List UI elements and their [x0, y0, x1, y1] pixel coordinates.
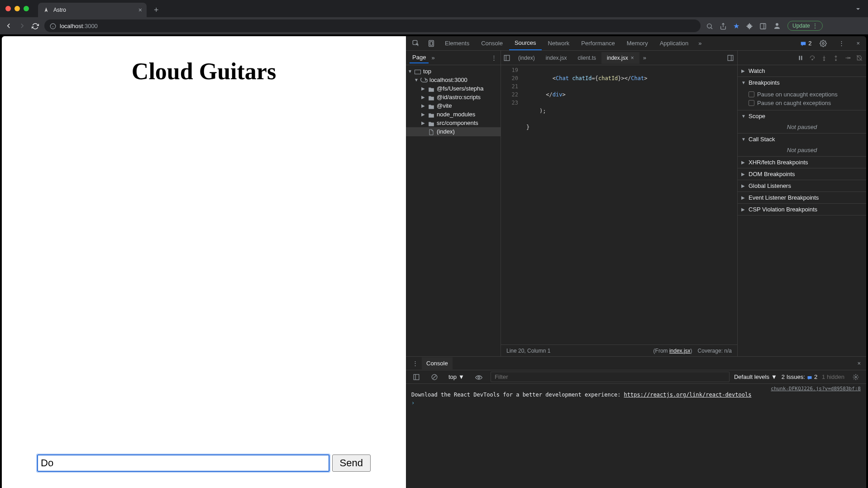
console-issues-badge[interactable]: 2 Issues: 2 — [782, 373, 817, 380]
step-over-icon[interactable] — [809, 54, 816, 62]
xhr-breakpoints-section[interactable]: ▶XHR/fetch Breakpoints — [738, 157, 866, 168]
more-tabs-icon[interactable]: » — [695, 40, 705, 47]
send-button[interactable]: Send — [332, 455, 371, 472]
profile-icon[interactable] — [773, 22, 781, 30]
tab-application[interactable]: Application — [654, 37, 694, 50]
site-info-icon[interactable] — [50, 22, 56, 29]
dom-breakpoints-section[interactable]: ▶DOM Breakpoints — [738, 168, 866, 180]
tree-folder[interactable]: ▶ node_modules — [406, 110, 501, 119]
code-editor[interactable]: 19 20 21 22 23 <Chat chatId={chatId}></C… — [501, 65, 737, 344]
svg-rect-17 — [799, 56, 800, 60]
breakpoints-section[interactable]: ▼Breakpoints — [738, 77, 866, 88]
tree-folder[interactable]: ▶ src/components — [406, 119, 501, 127]
tree-folder[interactable]: ▶ @vite — [406, 101, 501, 110]
clear-console-icon[interactable] — [428, 373, 441, 381]
reload-button[interactable] — [32, 22, 39, 30]
browser-tab[interactable]: Astro × — [38, 3, 147, 17]
window-icon — [414, 68, 421, 75]
zoom-icon[interactable] — [706, 22, 713, 30]
console-input-prompt[interactable]: › — [411, 400, 861, 406]
editor-tab[interactable]: index.jsx — [540, 52, 572, 64]
tree-folder[interactable]: ▶ @fs/Users/stepha — [406, 84, 501, 93]
svg-line-4 — [711, 27, 712, 29]
console-filter-input[interactable] — [491, 372, 730, 382]
close-editor-tab-icon[interactable]: × — [631, 55, 634, 61]
address-bar[interactable]: localhost:3000 — [44, 19, 701, 32]
tree-folder[interactable]: ▶ @id/astro:scripts — [406, 93, 501, 101]
astro-favicon-icon — [43, 6, 50, 14]
folder-icon — [428, 102, 435, 109]
close-drawer-icon[interactable]: × — [854, 360, 863, 367]
sidepanel-icon[interactable] — [759, 22, 767, 30]
global-listeners-section[interactable]: ▶Global Listeners — [738, 180, 866, 191]
log-levels-selector[interactable]: Default levels ▼ — [734, 373, 777, 380]
toggle-debugger-icon[interactable] — [724, 54, 737, 62]
nav-menu-icon[interactable]: ⋮ — [491, 54, 497, 61]
tab-memory[interactable]: Memory — [621, 37, 653, 50]
pause-caught-checkbox[interactable]: Pause on caught exceptions — [749, 99, 863, 107]
pause-uncaught-checkbox[interactable]: Pause on uncaught exceptions — [749, 90, 863, 99]
editor-tab[interactable]: (index) — [513, 52, 540, 64]
scope-empty-message: Not paused — [738, 122, 866, 133]
step-out-icon[interactable] — [833, 54, 839, 62]
file-navigator: Page » ⋮ ▼ top ▼ — [406, 51, 501, 356]
scope-section[interactable]: ▼Scope — [738, 110, 866, 122]
live-expression-icon[interactable] — [472, 373, 486, 380]
console-settings-icon[interactable] — [849, 373, 863, 381]
svg-rect-12 — [415, 70, 421, 74]
deactivate-breakpoints-icon[interactable] — [856, 54, 863, 62]
drawer-menu-icon[interactable]: ⋮ — [409, 360, 422, 367]
csp-breakpoints-section[interactable]: ▶CSP Violation Breakpoints — [738, 204, 866, 215]
kebab-menu-icon[interactable]: ⋮ — [835, 40, 848, 47]
tree-host[interactable]: ▼ localhost:3000 — [406, 76, 501, 84]
tree-file-index[interactable]: (index) — [406, 127, 501, 136]
code-content: <Chat chatId={chatId}></Chat> </div> ); … — [523, 65, 737, 344]
device-toolbar-icon[interactable] — [424, 39, 439, 47]
editor-tab-active[interactable]: index.jsx × — [601, 52, 639, 64]
hidden-count[interactable]: 1 hidden — [822, 373, 844, 380]
new-tab-button[interactable]: + — [150, 5, 162, 15]
close-window-button[interactable] — [5, 6, 11, 11]
console-source-link[interactable]: chunk-DFKQJ226.js?v=d89583bf:8 — [411, 386, 861, 392]
pause-button[interactable] — [797, 54, 804, 62]
forward-button[interactable] — [18, 22, 26, 30]
share-icon[interactable] — [720, 22, 727, 30]
update-button[interactable]: Update ⋮ — [787, 21, 823, 31]
tab-network[interactable]: Network — [543, 37, 575, 50]
tree-top[interactable]: ▼ top — [406, 67, 501, 76]
close-tab-icon[interactable]: × — [138, 6, 142, 14]
tab-performance[interactable]: Performance — [576, 37, 620, 50]
console-context-selector[interactable]: top ▼ — [446, 373, 467, 381]
minimize-window-button[interactable] — [14, 6, 20, 11]
source-link[interactable]: index.jsx — [669, 348, 691, 354]
drawer-console-tab[interactable]: Console — [422, 357, 453, 369]
step-icon[interactable] — [844, 54, 851, 62]
watch-section[interactable]: ▶Watch — [738, 65, 866, 77]
inspect-icon[interactable] — [409, 39, 423, 47]
console-drawer: ⋮ Console × top ▼ — [406, 356, 866, 488]
extensions-icon[interactable] — [746, 22, 753, 30]
tab-console[interactable]: Console — [476, 37, 508, 50]
callstack-section[interactable]: ▼Call Stack — [738, 134, 866, 145]
page-nav-tab[interactable]: Page — [410, 52, 429, 63]
more-nav-tabs-icon[interactable]: » — [431, 54, 434, 61]
toggle-navigator-icon[interactable] — [504, 54, 510, 62]
tab-sources[interactable]: Sources — [509, 36, 542, 50]
console-url-link[interactable]: https://reactjs.org/link/react-devtools — [624, 392, 752, 398]
tab-elements[interactable]: Elements — [439, 37, 475, 50]
editor-tab[interactable]: client.ts — [572, 52, 601, 64]
bookmark-icon[interactable]: ★ — [733, 22, 739, 30]
tab-overflow-icon[interactable] — [855, 5, 861, 12]
svg-rect-13 — [504, 55, 510, 61]
chat-input[interactable] — [37, 455, 329, 472]
back-button[interactable] — [5, 22, 13, 30]
settings-icon[interactable] — [816, 39, 830, 47]
more-editor-tabs-icon[interactable]: » — [639, 54, 650, 61]
issues-badge[interactable]: 2 — [800, 40, 811, 47]
svg-point-23 — [835, 60, 836, 61]
step-into-icon[interactable] — [821, 54, 827, 62]
event-listener-breakpoints-section[interactable]: ▶Event Listener Breakpoints — [738, 192, 866, 203]
close-devtools-icon[interactable]: × — [853, 40, 863, 47]
console-sidebar-icon[interactable] — [410, 373, 423, 381]
maximize-window-button[interactable] — [24, 6, 29, 11]
